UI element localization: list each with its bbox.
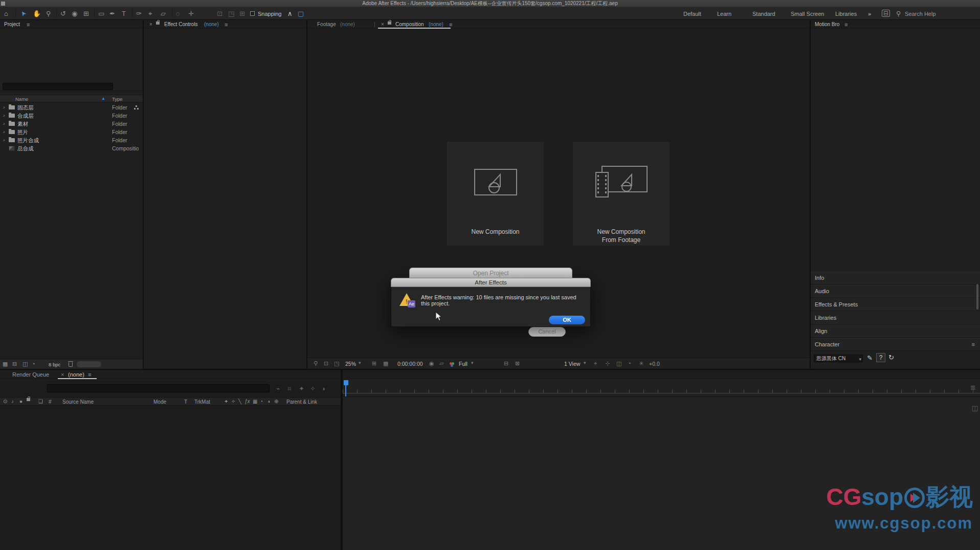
brush-tool-icon[interactable]: ✑ [136,10,142,17]
interpret-footage-icon[interactable]: ▦ [3,361,8,367]
puppet-pin-tool-icon[interactable]: ✛ [188,10,194,17]
exposure-value[interactable]: +0.0 [649,361,660,367]
column-t[interactable]: T [184,399,187,405]
effect-controls-none[interactable]: (none) [204,21,219,27]
expand-icon[interactable]: › [3,137,5,143]
panel-character[interactable]: Character ≡ [811,338,980,351]
timeline-search-input[interactable] [47,384,270,392]
item-name[interactable]: 素材 [17,121,28,128]
panel-label[interactable]: Character [815,341,839,347]
graph-editor-icon[interactable]: ◑ [321,385,325,392]
show-snapshot-icon[interactable]: ▱ [439,361,443,366]
close-icon[interactable]: × [61,371,64,378]
view-layout-select[interactable]: 1 View [564,361,580,367]
switch-fx-icon[interactable]: ƒx [244,399,250,404]
eraser-tool-icon[interactable]: ▱ [161,10,166,17]
project-row[interactable]: 总合成 Composition [0,144,143,152]
zoom-level[interactable]: 25% [345,361,356,367]
close-icon[interactable]: × [381,21,384,27]
workspace-standard[interactable]: Standard [752,11,775,17]
help-search-icon[interactable]: ⚲ [896,10,901,17]
project-row[interactable]: › 合成层 Folder [0,112,143,120]
column-trkmat[interactable]: TrkMat [194,399,210,405]
chevron-down-icon[interactable]: ▾ [584,361,586,365]
lock-icon[interactable] [156,21,160,25]
expand-icon[interactable]: › [3,121,5,126]
panel-info[interactable]: Info [811,271,980,284]
video-eye-icon[interactable]: ⊙ [3,399,7,404]
panel-audio[interactable]: Audio [811,284,980,298]
effect-controls-label[interactable]: Effect Controls [164,21,197,27]
mask-visibility-icon[interactable]: ▦ [383,361,388,366]
switch-collapse-icon[interactable]: ✧ [231,399,235,404]
comp-button-icon[interactable]: ◫ [972,405,978,411]
open-project-cancel-button[interactable]: Cancel [528,327,566,337]
motion-bro-menu-icon[interactable]: ≡ [844,21,848,28]
expand-icon[interactable]: › [3,104,5,110]
new-composition-from-footage-button[interactable]: New Composition From Footage [573,142,670,246]
column-type[interactable]: Type [112,96,123,102]
item-name[interactable]: 总合成 [17,145,34,152]
draft-3d-icon[interactable]: ⌗ [287,385,291,392]
item-name[interactable]: 固态层 [17,104,34,112]
help-search-placeholder[interactable]: Search Help [905,11,936,17]
warning-dialog-titlebar[interactable]: After Effects [391,278,591,287]
project-row[interactable]: › 固态层 Folder [0,103,143,112]
hide-shy-icon[interactable]: ✦ [299,385,304,392]
timeline-ruler[interactable]: ≣ [343,379,980,397]
project-column-header[interactable]: Name ▲ Type [0,95,143,102]
workspace-libraries[interactable]: Libraries [835,11,857,17]
roto-brush-tool-icon[interactable]: ◌ [176,10,180,17]
item-name[interactable]: 照片 [17,129,28,136]
ruler-nav-icon[interactable]: ≣ [970,384,976,391]
switch-frame-blend-icon[interactable]: ▦ [253,399,257,404]
current-time[interactable]: 0:00:00:00 [397,361,423,367]
snapping-label[interactable]: Snapping [258,11,282,17]
snapping-checkbox[interactable] [250,11,255,16]
grid-guides-icon[interactable]: ⊞ [372,361,376,366]
switch-3d-icon[interactable]: ⊕ [274,399,278,404]
project-row[interactable]: › 照片 Folder [0,128,143,136]
project-search-input[interactable] [3,83,113,90]
transparency-grid-icon[interactable]: ⊠ [515,361,520,366]
type-tool-icon[interactable]: T [122,10,126,17]
composition-tab-label[interactable]: Composition [395,21,424,27]
timeline-none-tab[interactable]: (none) [68,371,84,378]
shape-tool-icon[interactable]: ▭ [98,10,104,17]
panel-effects-presets[interactable]: Effects & Presets [811,298,980,311]
resolution-select[interactable]: Full [459,361,467,367]
magnification-icon2[interactable]: ◳ [334,361,339,366]
motion-bro-tab[interactable]: Motion Bro ≡ [811,20,980,29]
new-composition-button[interactable]: New Composition [447,142,544,246]
home-icon[interactable]: ⌂ [4,10,8,17]
render-queue-tab[interactable]: Render Queue [12,371,49,378]
bit-depth-button[interactable]: 8 bpc [49,362,60,367]
solo-icon[interactable]: ● [19,399,23,404]
composition-mini-flowchart-icon[interactable]: ⌁ [276,385,280,392]
snap-angle-icon[interactable]: ∧ [287,10,293,17]
new-folder-icon[interactable]: ⊟ [12,361,17,367]
clone-stamp-tool-icon[interactable]: ⌖ [148,10,152,17]
switch-shy-icon[interactable]: ✦ [224,399,228,404]
project-tab[interactable]: Project ≡ [0,20,143,29]
composition-menu-icon[interactable]: ≡ [449,21,452,28]
new-composition-icon[interactable]: ◫ [23,361,28,367]
sort-asc-icon[interactable]: ▲ [101,96,105,101]
workspace-overflow-icon[interactable]: » [868,11,871,17]
switch-quality-icon[interactable]: ╲ [238,399,241,404]
snap-bounds-icon[interactable]: ▢ [298,10,304,17]
column-number[interactable]: # [49,399,52,405]
chevron-down-icon[interactable]: ▾ [471,361,474,365]
timeline-button-icon[interactable]: ◫ [616,361,621,366]
effect-controls-menu-icon[interactable]: ≡ [225,21,228,28]
workspace-small-screen[interactable]: Small Screen [791,11,824,17]
project-tab-label[interactable]: Project [4,21,20,27]
item-name[interactable]: 合成层 [17,113,34,120]
project-settings-icon[interactable]: ◔ [32,361,35,367]
column-name[interactable]: Name [15,96,28,102]
expand-icon[interactable]: › [3,113,5,118]
exposure-icon[interactable]: ✳ [639,361,643,366]
lock-icon[interactable] [388,21,391,25]
trash-icon[interactable] [69,362,73,367]
project-menu-icon[interactable]: ≡ [27,21,30,28]
